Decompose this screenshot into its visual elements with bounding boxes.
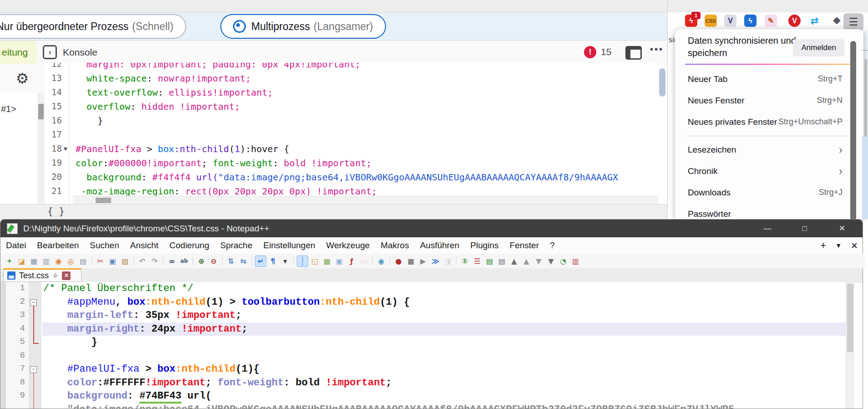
new-file-icon[interactable]: ＋: [4, 256, 15, 267]
unfold-all-icon[interactable]: ▼: [545, 256, 557, 267]
document-tab[interactable]: Test.css ✧ ✕: [3, 268, 81, 282]
radio-selected-icon[interactable]: [233, 20, 246, 33]
tab-session-extension[interactable]: ϟ1: [685, 15, 697, 27]
menu-item-chronik[interactable]: Chronik›: [675, 160, 863, 182]
gear-icon[interactable]: ⚙: [0, 64, 45, 93]
bookmark-toggle-icon[interactable]: ☰: [472, 256, 483, 267]
fold-arrow-icon[interactable]: ▼: [64, 145, 67, 152]
show-all-chars-icon[interactable]: ¶: [267, 256, 279, 267]
maximize-button[interactable]: □: [794, 220, 815, 237]
print-icon[interactable]: ▤: [77, 256, 89, 267]
function-list-icon[interactable]: ƒ: [346, 256, 357, 267]
menu-bearbeiten[interactable]: Bearbeiten: [31, 240, 84, 251]
menu-item-downloads[interactable]: DownloadsStrg+J: [675, 182, 863, 203]
menu-datei[interactable]: Datei: [0, 240, 31, 251]
menu-werkzeuge[interactable]: Werkzeuge: [321, 240, 376, 251]
menu-scrollbar-thumb[interactable]: [850, 41, 856, 219]
bookmark-clear-icon[interactable]: ▤: [496, 256, 508, 267]
fold-minus-icon[interactable]: –: [30, 366, 37, 373]
menu-scrollbar[interactable]: [850, 41, 856, 219]
devtools-code-editor[interactable]: 12 margin: 0px!important; padding: 0px 4…: [45, 63, 658, 204]
replace-icon[interactable]: ab: [178, 256, 190, 267]
menu-?[interactable]: ?: [544, 240, 560, 251]
menu-ausfhren[interactable]: Ausführen: [415, 240, 465, 251]
menu-item-neues-fenster[interactable]: Neues FensterStrg+N: [675, 90, 863, 111]
menu-sprache[interactable]: Sprache: [215, 240, 258, 251]
macro-save-icon[interactable]: ◨: [442, 256, 453, 267]
sidebar-row[interactable]: [0, 131, 37, 171]
menu-item-neues-privates-fenster[interactable]: Neues privates FensterStrg+Umschalt+P: [675, 111, 863, 133]
macro-run-multiple-icon[interactable]: ≫: [430, 256, 441, 267]
zoom-out-icon[interactable]: ⊖: [208, 256, 219, 267]
split-console-icon[interactable]: [625, 46, 642, 60]
close-button[interactable]: ✕: [832, 220, 853, 237]
devtools-tab-console[interactable]: › Konsole: [43, 41, 97, 64]
process-option-parent-only[interactable]: Nur übergeordneter Prozess (Schnell): [0, 14, 186, 39]
close-doc-icon[interactable]: ◉: [53, 256, 64, 267]
devtools-tab-clipped[interactable]: eitung: [0, 41, 36, 64]
notepadpp-code-editor[interactable]: 1/* Panel Überschriften */2– #appMenu, b…: [0, 282, 854, 409]
folder-as-workspace-icon[interactable]: ▭: [358, 256, 370, 267]
sync-v-scroll-icon[interactable]: ⇅: [225, 256, 237, 267]
editor-hscrollbar-thumb[interactable]: [96, 198, 111, 203]
lightning-extension[interactable]: ϟ: [744, 15, 756, 27]
screenshot-edit-extension[interactable]: ✎: [765, 15, 777, 27]
paste-icon[interactable]: ▧: [119, 256, 131, 267]
word-wrap-icon[interactable]: ↵: [255, 256, 266, 267]
menu-suchen[interactable]: Suchen: [84, 240, 124, 251]
macro-stop-icon[interactable]: ■: [405, 256, 416, 267]
sidebar-row[interactable]: [0, 170, 37, 204]
undo-icon[interactable]: ↶: [137, 256, 148, 267]
page-scrollbar-thumb[interactable]: [864, 59, 867, 137]
document-map-icon[interactable]: ▩: [321, 256, 333, 267]
close-all-icon[interactable]: ◎: [65, 256, 76, 267]
cut-icon[interactable]: ✂: [95, 256, 106, 267]
macro-play-icon[interactable]: ▶: [417, 256, 429, 267]
save-all-icon[interactable]: ▥: [41, 256, 52, 267]
function-window-icon[interactable]: ◱: [309, 256, 320, 267]
copy-icon[interactable]: ▣: [107, 256, 118, 267]
meatball-menu-icon[interactable]: •••: [650, 44, 664, 55]
close-document-button[interactable]: ✕: [851, 240, 858, 251]
vimium-extension[interactable]: V: [724, 15, 736, 27]
fold-current-icon[interactable]: ▲: [521, 256, 532, 267]
fold-minus-icon[interactable]: –: [30, 299, 37, 306]
unfold-current-icon[interactable]: ▼: [533, 256, 544, 267]
menu-einstellungen[interactable]: Einstellungen: [258, 240, 320, 251]
menu-ansicht[interactable]: Ansicht: [125, 240, 164, 251]
bookmark-first-icon[interactable]: ①: [459, 256, 471, 267]
sidebar-scrollbar[interactable]: [37, 93, 45, 204]
tab-close-icon[interactable]: ✕: [62, 271, 71, 280]
minimize-button[interactable]: —: [757, 220, 778, 237]
menu-item-neuer-tab[interactable]: Neuer TabStrg+T: [675, 68, 863, 90]
menu-item-passwörter[interactable]: Passwörter: [675, 203, 863, 219]
timer-tool-icon[interactable]: ◔: [558, 256, 569, 267]
zoom-in-icon[interactable]: ⊕: [196, 256, 207, 267]
menu-makros[interactable]: Makros: [375, 240, 414, 251]
pretty-print-icon[interactable]: { }: [47, 206, 65, 217]
process-option-multiprocess[interactable]: Multiprozess (Langsamer): [220, 14, 386, 39]
hamburger-menu-button[interactable]: ☰: [843, 13, 863, 31]
notepadpp-titlebar[interactable]: D:\Nightly Neu\Firefox\profile\chrome\CS…: [0, 220, 863, 237]
pin-icon[interactable]: ✧: [52, 271, 58, 280]
save-icon[interactable]: ▦: [28, 256, 40, 267]
menu-item-lesezeichen[interactable]: Lesezeichen›: [675, 139, 863, 160]
menu-plugins[interactable]: Plugins: [465, 240, 504, 251]
preview-eye-icon[interactable]: ◉: [376, 256, 387, 267]
clone-document-icon[interactable]: ▣: [334, 256, 345, 267]
vertical-edge-icon[interactable]: ▥: [570, 256, 581, 267]
editor-vscrollbar[interactable]: [846, 282, 854, 409]
open-folder-icon[interactable]: ◪: [16, 256, 27, 267]
bookmark-next-icon[interactable]: ▤: [484, 256, 495, 267]
editor-vscrollbar-thumb[interactable]: [659, 68, 665, 97]
css-extension[interactable]: CSS: [705, 15, 717, 27]
sign-in-button[interactable]: Anmelden: [793, 39, 844, 56]
fold-all-icon[interactable]: ▲: [508, 256, 520, 267]
toolbar-dropdown-icon[interactable]: ▾: [279, 256, 291, 267]
extensions-puzzle-icon[interactable]: ❖: [831, 15, 843, 27]
editor-hscrollbar[interactable]: [73, 196, 658, 204]
sidebar-scrollbar-thumb[interactable]: [38, 104, 44, 119]
new-document-button[interactable]: +: [820, 240, 826, 251]
indent-guides-icon[interactable]: ┊: [297, 256, 308, 267]
error-badge-icon[interactable]: !: [584, 46, 596, 58]
